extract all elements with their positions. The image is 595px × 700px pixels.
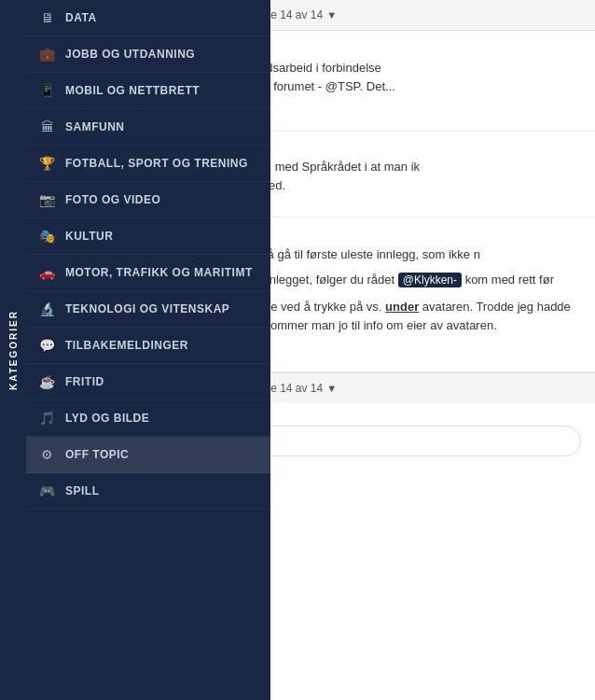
menu-item-jobb[interactable]: 💼JOBB OG UTDANNING [26, 36, 270, 73]
menu-label-mobil: MOBIL OG NETTBRETT [65, 84, 200, 97]
menu-icon-data: 🖥 [39, 10, 56, 25]
menu-icon-tilbake: 💬 [39, 338, 56, 353]
menu-item-kultur[interactable]: 🎭KULTUR [26, 218, 270, 255]
menu-icon-mobil: 📱 [39, 83, 56, 98]
menu-label-fotball: FOTBALL, SPORT OG TRENING [65, 157, 248, 170]
menu-item-lyd[interactable]: 🎵LYD OG BILDE [26, 400, 270, 437]
menu-label-jobb: JOBB OG UTDANNING [65, 48, 195, 61]
menu-item-data[interactable]: 🖥DATA [26, 0, 270, 36]
menu-item-offtopic[interactable]: ⚙OFF TOPIC [26, 437, 270, 473]
menu-icon-motor: 🚗 [39, 265, 56, 280]
kategorier-tab[interactable]: KATEGORIER [0, 0, 26, 700]
menu-icon-fotball: 🏆 [39, 156, 56, 171]
text-after-mention: kom med rett før [465, 273, 554, 287]
menu-item-mobil[interactable]: 📱MOBIL OG NETTBRETT [26, 73, 270, 109]
body-bold-under: under [385, 300, 419, 314]
menu-label-samfunn: SAMFUNN [65, 120, 125, 133]
mention-tag[interactable]: @Klykken- [398, 273, 462, 287]
category-menu-list: 🖥DATA💼JOBB OG UTDANNING📱MOBIL OG NETTBRE… [26, 0, 270, 700]
menu-label-lyd: LYD OG BILDE [65, 412, 149, 425]
menu-item-fotball[interactable]: 🏆FOTBALL, SPORT OG TRENING [26, 146, 270, 182]
menu-item-samfunn[interactable]: 🏛SAMFUNN [26, 109, 270, 146]
menu-icon-foto: 📷 [39, 192, 56, 207]
menu-label-tilbake: TILBAKEMELDINGER [65, 339, 188, 352]
menu-label-teknologi: TEKNOLOGI OG VITENSKAP [65, 302, 229, 315]
menu-icon-jobb: 💼 [39, 47, 56, 62]
menu-label-offtopic: OFF TOPIC [65, 448, 129, 461]
menu-item-teknologi[interactable]: 🔬TEKNOLOGI OG VITENSKAP [26, 291, 270, 328]
menu-icon-spill: 🎮 [39, 483, 56, 498]
bottom-page-dropdown[interactable]: ▼ [326, 383, 337, 394]
menu-label-kultur: KULTUR [65, 230, 113, 243]
menu-icon-fritid: ☕ [39, 374, 56, 389]
menu-icon-offtopic: ⚙ [39, 447, 56, 462]
menu-label-fritid: FRITID [65, 375, 104, 388]
menu-icon-lyd: 🎵 [39, 411, 56, 426]
page-dropdown[interactable]: ▼ [326, 9, 337, 21]
menu-label-data: DATA [65, 11, 97, 24]
menu-label-foto: FOTO OG VIDEO [65, 193, 160, 206]
menu-label-spill: SPILL [65, 484, 100, 497]
menu-item-fritid[interactable]: ☕FRITID [26, 364, 270, 400]
menu-icon-samfunn: 🏛 [39, 119, 56, 134]
kategorier-label-text: KATEGORIER [8, 310, 19, 390]
menu-icon-teknologi: 🔬 [39, 301, 56, 316]
menu-item-foto[interactable]: 📷FOTO OG VIDEO [26, 182, 270, 218]
menu-item-spill[interactable]: 🎮SPILL [26, 473, 270, 510]
menu-label-motor: MOTOR, TRAFIKK OG MARITIMT [65, 266, 253, 279]
menu-item-tilbake[interactable]: 💬TILBAKEMELDINGER [26, 328, 270, 364]
menu-item-motor[interactable]: 🚗MOTOR, TRAFIKK OG MARITIMT [26, 255, 270, 291]
kategorier-sidebar: KATEGORIER 🖥DATA💼JOBB OG UTDANNING📱MOBIL… [0, 0, 270, 700]
menu-icon-kultur: 🎭 [39, 229, 56, 244]
